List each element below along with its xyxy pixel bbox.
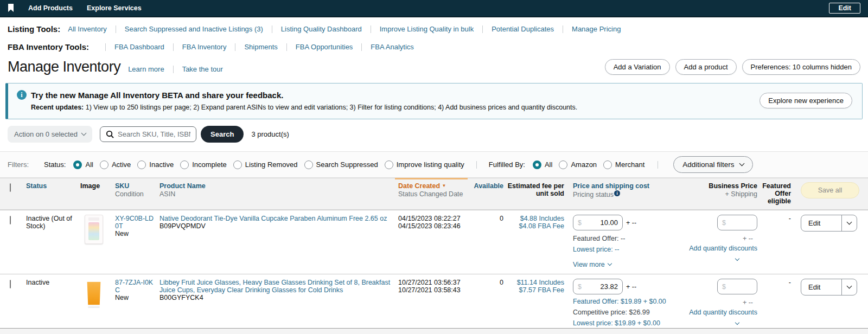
nav-add-products[interactable]: Add Products [28, 4, 73, 12]
edit-button-label[interactable]: Edit [801, 215, 841, 231]
add-product-button[interactable]: Add a product [675, 59, 737, 75]
radio-label: Merchant [615, 160, 644, 169]
edit-dropdown-toggle[interactable] [841, 215, 857, 231]
business-price-input[interactable] [726, 282, 752, 291]
lowest-price-link[interactable]: Lowest price: -- [573, 246, 678, 253]
chevron-down-icon [81, 131, 87, 136]
additional-filters-button[interactable]: Additional filters [673, 156, 752, 173]
radio-icon [100, 160, 108, 169]
sort-indicator-bar [395, 178, 468, 179]
edit-dropdown-toggle[interactable] [841, 279, 857, 295]
link-search-suppressed[interactable]: Search Suppressed and Inactive Listings … [125, 25, 263, 33]
edit-split-button[interactable]: Edit [801, 215, 857, 232]
pricing-status-info-icon[interactable]: i [614, 190, 620, 196]
link-potential-duplicates[interactable]: Potential Duplicates [492, 25, 554, 33]
col-date-created[interactable]: Date Created ▼ [398, 182, 473, 190]
next-row-edge [0, 328, 868, 334]
add-quantity-discounts-link[interactable]: Add quantity discounts [689, 309, 757, 316]
row-featured-eligible: - [760, 279, 799, 286]
price-suffix: + -- [626, 283, 636, 291]
price-input[interactable] [582, 282, 618, 291]
business-price-input-box: $ [717, 279, 757, 294]
filters-bar: Filters: Status: All Active Inactive Inc… [0, 151, 868, 178]
col-product-name[interactable]: Product Name [159, 182, 392, 190]
learn-more-link[interactable]: Learn more [128, 65, 164, 73]
divider [235, 43, 235, 51]
row-sku[interactable]: 87-7ZJA-I0KC [115, 279, 156, 294]
business-price-input[interactable] [726, 219, 752, 227]
topbar-edit-button[interactable]: Edit [829, 3, 860, 14]
action-on-selected-dropdown[interactable]: Action on 0 selected [8, 126, 92, 143]
search-button[interactable]: Search [201, 126, 244, 143]
edit-split-button[interactable]: Edit [801, 279, 857, 296]
col-status[interactable]: Status [26, 182, 47, 190]
page-title: Manage Inventory [8, 59, 120, 75]
search-icon [106, 130, 114, 138]
add-quantity-discounts-link[interactable]: Add quantity discounts [689, 245, 757, 252]
row-status-changed: 04/15/2023 08:23:46 [398, 222, 473, 230]
lowest-price-link[interactable]: Lowest price: $19.89 + $0.00 [573, 319, 678, 327]
product-image-juice-glass[interactable] [86, 279, 102, 308]
edit-button-label[interactable]: Edit [801, 279, 841, 295]
explore-new-experience-button[interactable]: Explore new experience [760, 93, 852, 108]
featured-offer-text: Featured Offer: -- [573, 235, 678, 242]
link-fba-analytics[interactable]: FBA Analytics [371, 43, 413, 51]
divider [658, 161, 658, 169]
status-radio-improve-listing-quality[interactable]: Improve listing quality [385, 160, 464, 169]
link-fba-opportunities[interactable]: FBA Opportunities [296, 43, 353, 51]
select-all-checkbox[interactable] [10, 183, 11, 192]
search-input[interactable] [118, 130, 190, 138]
col-status-changed: Status Changed Date [398, 190, 473, 198]
radio-label: Listing Removed [245, 160, 298, 169]
add-variation-button[interactable]: Add a Variation [605, 59, 670, 75]
link-shipments[interactable]: Shipments [244, 43, 277, 51]
col-price-shipping[interactable]: Price and shipping cost [573, 182, 678, 190]
link-improve-listing-quality[interactable]: Improve Listing Quality in bulk [380, 25, 474, 33]
row-product-title[interactable]: Native Deodorant Tie-Dye Vanilla Cupcake… [159, 215, 392, 222]
row-condition: New [115, 294, 156, 301]
take-the-tour-link[interactable]: Take the tour [182, 65, 223, 73]
col-condition: Condition [115, 190, 156, 198]
link-manage-pricing[interactable]: Manage Pricing [572, 25, 621, 33]
bookmark-icon[interactable] [8, 4, 14, 12]
link-all-inventory[interactable]: All Inventory [68, 25, 107, 33]
product-image-deodorant[interactable] [85, 215, 103, 244]
row-condition: New [115, 230, 156, 237]
price-input[interactable] [582, 219, 618, 227]
status-radio-search-suppressed[interactable]: Search Suppressed [304, 160, 378, 169]
save-all-button[interactable]: Save all [801, 182, 859, 198]
col-pricing-status: Pricing statusi [573, 190, 678, 198]
fulfilled-radio-all[interactable]: All [533, 160, 552, 169]
status-radio-inactive[interactable]: Inactive [137, 160, 174, 169]
col-sku[interactable]: SKU [115, 182, 156, 190]
status-radio-all[interactable]: All [73, 160, 93, 169]
col-available[interactable]: Available [474, 182, 503, 190]
fulfilled-radio-amazon[interactable]: Amazon [559, 160, 597, 169]
chevron-down-icon[interactable] [735, 256, 739, 261]
link-fba-inventory[interactable]: FBA Inventory [182, 43, 227, 51]
status-radio-incomplete[interactable]: Incomplete [180, 160, 227, 169]
row-sku[interactable]: XY-9C0B-LD0T [115, 215, 156, 230]
fulfilled-radio-merchant[interactable]: Merchant [603, 160, 644, 169]
featured-offer-link[interactable]: Featured Offer: $19.89 + $0.00 [573, 298, 678, 305]
col-business-shipping: + Shipping [725, 190, 757, 198]
row-checkbox[interactable] [10, 280, 11, 288]
radio-label: Improve listing quality [397, 160, 464, 169]
nav-explore-services[interactable]: Explore Services [87, 4, 142, 12]
currency-prefix: $ [722, 219, 726, 227]
view-more-link[interactable]: View more [573, 261, 678, 268]
row-checkbox[interactable] [10, 216, 11, 224]
row-available: 0 [473, 215, 503, 222]
row-product-title[interactable]: Libbey Fruit Juice Glasses, Heavy Base G… [159, 279, 392, 294]
divider [173, 43, 174, 51]
divider [286, 43, 287, 51]
chevron-down-icon[interactable] [735, 320, 739, 325]
divider [272, 25, 272, 33]
preferences-button[interactable]: Preferences: 10 columns hidden [742, 59, 860, 75]
link-listing-quality-dashboard[interactable]: Listing Quality Dashboard [281, 25, 362, 33]
status-radio-listing-removed[interactable]: Listing Removed [233, 160, 298, 169]
status-radio-active[interactable]: Active [100, 160, 131, 169]
link-fba-dashboard[interactable]: FBA Dashboard [114, 43, 164, 51]
divider [361, 43, 362, 51]
radio-label: Active [112, 160, 131, 169]
